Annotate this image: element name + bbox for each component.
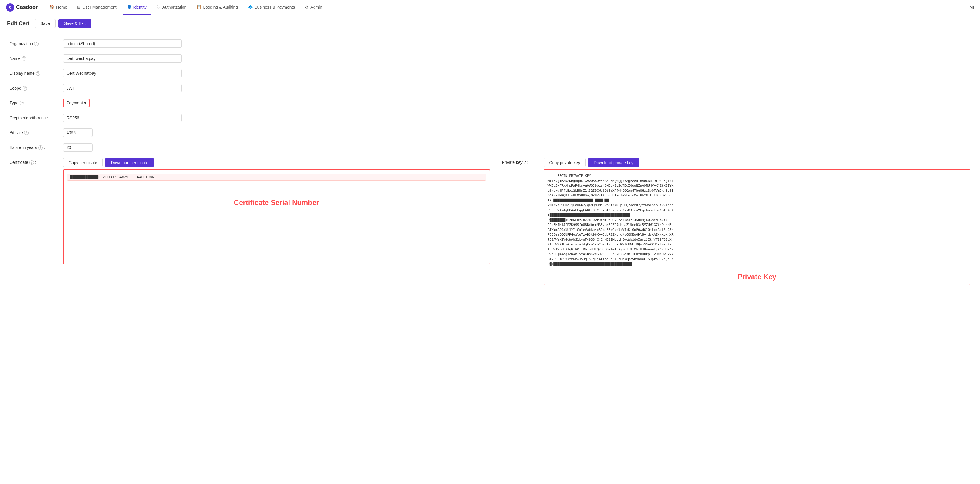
display-name-label: Display name ? :: [10, 69, 63, 76]
organization-control: [63, 40, 970, 48]
copy-certificate-button[interactable]: Copy certificate: [63, 158, 103, 167]
chevron-down-icon: ▾: [84, 101, 86, 105]
crypto-label: Crypto algorithm ? :: [10, 114, 63, 120]
certificate-box: █████████████032FCF8D964829CC51AA6E1986 …: [63, 170, 490, 264]
scope-label: Scope ? :: [10, 84, 63, 90]
cert-actions: Copy certificate Download certificate: [63, 158, 490, 167]
crypto-row: Crypto algorithm ? :: [10, 114, 970, 122]
scope-help-icon[interactable]: ?: [22, 86, 27, 90]
private-key-placeholder: Private Key: [548, 273, 967, 281]
crypto-input[interactable]: [63, 114, 182, 122]
display-name-help-icon[interactable]: ?: [36, 71, 40, 76]
type-select[interactable]: Payment ▾: [63, 99, 90, 107]
admin-icon: ⚙: [305, 5, 309, 10]
type-help-icon[interactable]: ?: [20, 101, 24, 105]
bit-size-help-icon[interactable]: ?: [24, 130, 29, 135]
type-control: Payment ▾: [63, 99, 970, 107]
scope-row: Scope ? :: [10, 84, 970, 92]
copy-private-key-button[interactable]: Copy private key: [544, 158, 586, 167]
expire-help-icon[interactable]: ?: [38, 145, 43, 150]
name-row: Name ? :: [10, 54, 970, 63]
nav-home[interactable]: 🏠 Home: [45, 0, 71, 15]
save-exit-button[interactable]: Save & Exit: [59, 19, 91, 28]
crypto-control: [63, 114, 970, 122]
crypto-help-icon[interactable]: ?: [41, 116, 46, 120]
organization-row: Organization ? :: [10, 40, 970, 48]
save-button[interactable]: Save: [35, 19, 56, 28]
cert-serial: █████████████032FCF8D964829CC51AA6E1986: [67, 174, 486, 181]
name-control: [63, 54, 970, 63]
bit-size-label: Bit size ? :: [10, 129, 63, 135]
logo[interactable]: C Casdoor: [6, 3, 38, 11]
expire-control: [63, 143, 970, 152]
private-key-content[interactable]: -----BEGIN PRIVATE KEY----- MIIEvgIBADAN…: [548, 174, 967, 267]
grid-icon: ⊞: [77, 5, 81, 10]
nav-admin-label: Admin: [310, 5, 322, 10]
certificate-label: Certificate ? :: [10, 158, 63, 165]
name-help-icon[interactable]: ?: [22, 56, 26, 61]
display-name-input[interactable]: [63, 69, 182, 78]
name-label: Name ? :: [10, 54, 63, 61]
organization-help-icon[interactable]: ?: [34, 41, 38, 46]
logo-icon: C: [6, 3, 14, 11]
organization-label: Organization ? :: [10, 40, 63, 46]
navbar: C Casdoor 🏠 Home ⊞ User Management 👤 Ide…: [0, 0, 980, 15]
toolbar: Edit Cert Save Save & Exit: [0, 15, 980, 32]
nav-home-label: Home: [56, 5, 67, 10]
organization-input[interactable]: [63, 40, 182, 48]
nav-logging[interactable]: 📋 Logging & Auditing: [192, 0, 242, 15]
certificate-control: Copy certificate Download certificate ██…: [63, 158, 490, 264]
private-key-actions: Copy private key Download private key: [544, 158, 971, 167]
page-container: Edit Cert Save Save & Exit Organization …: [0, 15, 980, 484]
logo-text: Casdoor: [16, 4, 38, 10]
cert-row: Certificate ? : Copy certificate Downloa…: [10, 158, 970, 285]
nav-business[interactable]: 💠 Business & Payments: [244, 0, 299, 15]
identity-icon: 👤: [127, 5, 132, 10]
certificate-help-icon[interactable]: ?: [29, 160, 34, 165]
nav-admin[interactable]: ⚙ Admin: [301, 0, 326, 15]
nav-logging-label: Logging & Auditing: [203, 5, 238, 10]
private-key-box: -----BEGIN PRIVATE KEY----- MIIEvgIBADAN…: [544, 170, 971, 285]
display-name-row: Display name ? :: [10, 69, 970, 78]
bit-size-input[interactable]: [63, 129, 92, 137]
nav-identity-label: Identity: [133, 5, 147, 10]
type-value: Payment: [67, 101, 83, 105]
business-icon: 💠: [248, 5, 253, 10]
expire-input[interactable]: [63, 143, 92, 152]
name-input[interactable]: [63, 54, 182, 63]
private-key-help-icon[interactable]: ?: [524, 160, 526, 165]
logging-icon: 📋: [197, 5, 202, 10]
expire-row: Expire in years ? :: [10, 143, 970, 152]
download-certificate-button[interactable]: Download certificate: [105, 158, 154, 167]
form-container: Organization ? : Name ? : Display name: [0, 32, 980, 299]
nav-business-label: Business & Payments: [255, 5, 295, 10]
nav-authorization-label: Authorization: [162, 5, 187, 10]
shield-icon: 🛡: [157, 5, 161, 10]
bit-size-control: [63, 129, 970, 137]
expire-label: Expire in years ? :: [10, 143, 63, 150]
cert-placeholder-text: Certificate Serial Number: [67, 198, 486, 207]
scope-input[interactable]: [63, 84, 182, 92]
nav-identity[interactable]: 👤 Identity: [123, 0, 151, 15]
download-private-key-button[interactable]: Download private key: [588, 158, 639, 167]
nav-user-management[interactable]: ⊞ User Management: [73, 0, 121, 15]
page-title: Edit Cert: [7, 21, 29, 27]
type-label: Type ? :: [10, 99, 63, 105]
private-key-label-area: Private key ? :: [502, 158, 544, 165]
display-name-control: [63, 69, 970, 78]
nav-right: All: [969, 5, 974, 10]
home-icon: 🏠: [49, 5, 55, 10]
nav-authorization[interactable]: 🛡 Authorization: [153, 0, 191, 15]
type-row: Type ? : Payment ▾: [10, 99, 970, 107]
private-key-control: Copy private key Download private key --…: [544, 158, 971, 285]
scope-control: [63, 84, 970, 92]
nav-user-management-label: User Management: [82, 5, 116, 10]
bit-size-row: Bit size ? :: [10, 129, 970, 137]
